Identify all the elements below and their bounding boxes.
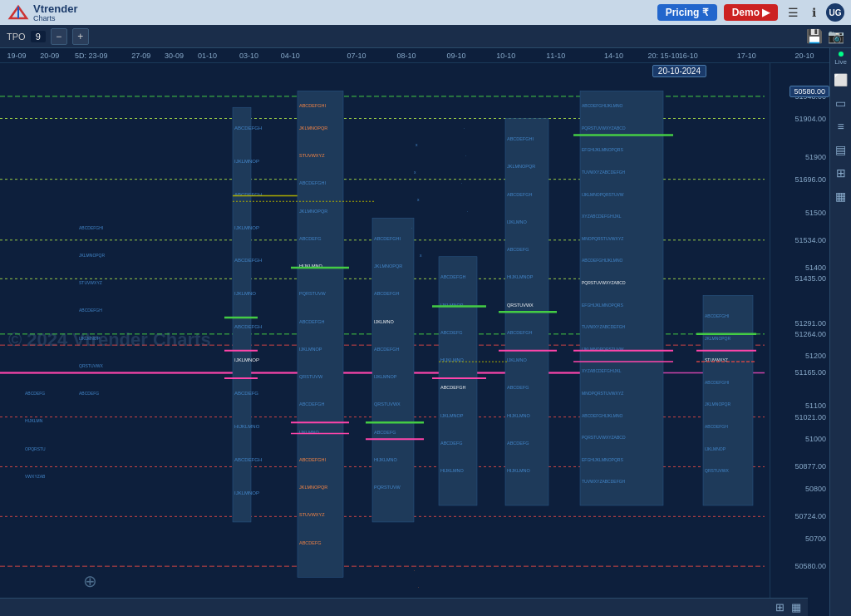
svg-text:PQRSTUVW: PQRSTUVW bbox=[374, 485, 401, 490]
sidebar-icon-0[interactable]: ⬜ bbox=[832, 71, 850, 89]
price-level-50877: 50877.00 bbox=[794, 462, 826, 471]
chart-canvas-area[interactable]: 20-10-2024 © 2024 Vtrender Charts ⊕ bbox=[0, 63, 770, 616]
demo-button[interactable]: Demo ▶ bbox=[724, 4, 778, 21]
decrease-tpo-button[interactable]: − bbox=[51, 28, 67, 45]
svg-text:TUVWXYZABCDEFGH: TUVWXYZABCDEFGH bbox=[582, 479, 626, 484]
svg-text:TUVWXYZABCDEFGH: TUVWXYZABCDEFGH bbox=[582, 170, 626, 175]
user-avatar[interactable]: UG bbox=[826, 3, 844, 22]
svg-text:ABCDEFGH: ABCDEFGH bbox=[234, 258, 262, 263]
svg-text:ABCDEFGHI: ABCDEFGHI bbox=[507, 136, 534, 141]
sidebar-icon-5[interactable]: ▦ bbox=[832, 187, 850, 205]
sidebar-icon-2[interactable]: ≡ bbox=[832, 117, 850, 136]
time-label: 20: 15-10 bbox=[647, 52, 679, 60]
svg-text:QRSTUVWX: QRSTUVWX bbox=[79, 363, 104, 368]
svg-text:IJKLMNOP: IJKLMNOP bbox=[440, 413, 464, 418]
price-level-51400: 51400 bbox=[805, 264, 826, 272]
svg-text:·: · bbox=[465, 153, 466, 158]
price-level-51435: 51435.00 bbox=[794, 274, 826, 283]
price-level-51696: 51696.00 bbox=[794, 175, 826, 184]
save-icon[interactable]: 💾 bbox=[806, 28, 823, 44]
pricing-button[interactable]: Pricing ₹ bbox=[657, 4, 717, 21]
svg-text:PQRSTUVWXYZABCD: PQRSTUVWXYZABCD bbox=[582, 435, 626, 440]
camera-icon[interactable]: 📷 bbox=[828, 28, 844, 44]
svg-text:ABCDEFGH: ABCDEFGH bbox=[234, 126, 262, 131]
sidebar-icon-3[interactable]: ▤ bbox=[832, 140, 850, 159]
svg-text:·: · bbox=[411, 225, 412, 230]
toolbar-right-area: 💾 📷 bbox=[806, 28, 844, 44]
price-axis: 51948.00 51904.00 51900 51696.00 51500 5… bbox=[770, 63, 829, 616]
svg-text:JKLMNOPQR: JKLMNOPQR bbox=[299, 209, 327, 214]
svg-text:PQRSTUVW: PQRSTUVW bbox=[299, 291, 327, 296]
svg-text:IJKLMNOPQRSTUVW: IJKLMNOPQRSTUVW bbox=[582, 192, 624, 197]
tpo-value: 9 bbox=[31, 31, 46, 42]
svg-text:IJKLMNO: IJKLMNO bbox=[374, 319, 395, 324]
price-level-51264: 51264.00 bbox=[794, 330, 826, 338]
svg-text:ABCDEFG: ABCDEFG bbox=[299, 236, 322, 241]
svg-text:JKLMNOPQR: JKLMNOPQR bbox=[705, 402, 731, 407]
svg-text:STUVWXYZ: STUVWXYZ bbox=[299, 512, 325, 517]
svg-text:ABCDEFGHI: ABCDEFGHI bbox=[299, 103, 327, 108]
svg-text:IJKLMNOP: IJKLMNOP bbox=[299, 347, 322, 352]
tpo-label: TPO bbox=[7, 32, 26, 42]
live-indicator: Live bbox=[834, 52, 847, 66]
price-level-51200: 51200 bbox=[805, 352, 826, 360]
menu-button[interactable]: ☰ bbox=[785, 4, 802, 21]
increase-tpo-button[interactable]: + bbox=[72, 28, 89, 45]
svg-text:HIJKLMNO: HIJKLMNO bbox=[374, 457, 398, 462]
bottom-toolbar: ⊞ ▦ bbox=[0, 598, 808, 616]
time-label: 07-10 bbox=[347, 52, 366, 60]
svg-text:JKLMNOPQR: JKLMNOPQR bbox=[705, 336, 731, 341]
svg-text:XYZABCDEFGHIJKL: XYZABCDEFGHIJKL bbox=[582, 368, 622, 373]
price-level-50700: 50700 bbox=[805, 535, 826, 543]
svg-text:HIJKLMNO: HIJKLMNO bbox=[440, 468, 465, 473]
svg-text:ABCDEFGHIJKLMNO: ABCDEFGHIJKLMNO bbox=[582, 103, 623, 108]
svg-rect-32 bbox=[298, 91, 343, 577]
price-level-50580: 50580.00 bbox=[794, 562, 826, 570]
svg-text:ABCDEFGH: ABCDEFGH bbox=[507, 330, 533, 335]
svg-text:HIJKLMNO: HIJKLMNO bbox=[507, 413, 531, 418]
svg-text:PQRSTUVWXYZABCD: PQRSTUVWXYZABCD bbox=[582, 280, 626, 285]
svg-text:IJKLMNOP: IJKLMNOP bbox=[705, 446, 726, 451]
svg-text:ABCDEFG: ABCDEFG bbox=[79, 391, 99, 396]
svg-text:ABCDEFG: ABCDEFG bbox=[507, 441, 529, 446]
logo-brand-name: Vtrender bbox=[33, 3, 77, 14]
svg-text:IJKLMNOP: IJKLMNOP bbox=[234, 490, 259, 495]
time-label: 27-09 bbox=[131, 52, 150, 60]
svg-text:IJKLMNOP: IJKLMNOP bbox=[234, 159, 259, 164]
svg-text:JKLMNOPQR: JKLMNOPQR bbox=[299, 126, 327, 131]
svg-text:QRSTUVWX: QRSTUVWX bbox=[705, 468, 730, 473]
svg-text:ABCDEFGHI: ABCDEFGHI bbox=[705, 380, 729, 385]
svg-text:ABCDEFG: ABCDEFG bbox=[440, 441, 463, 446]
price-level-51500: 51500 bbox=[805, 209, 826, 217]
info-button[interactable]: ℹ bbox=[809, 4, 819, 21]
svg-text:ABCDEFGHI: ABCDEFGHI bbox=[299, 457, 327, 462]
svg-text:ABCDEFGH: ABCDEFGH bbox=[507, 192, 533, 197]
layout-icon[interactable]: ▦ bbox=[791, 601, 801, 614]
svg-text:IJKLMNOP: IJKLMNOP bbox=[234, 357, 259, 362]
price-level-51021: 51021.00 bbox=[794, 413, 826, 421]
time-label: 11-10 bbox=[546, 52, 565, 60]
grid-icon[interactable]: ⊞ bbox=[775, 601, 785, 614]
time-label: 16-10 bbox=[679, 52, 698, 60]
right-sidebar: Live ⬜ ▭ ≡ ▤ ⊞ ▦ bbox=[829, 48, 851, 616]
svg-text:EFGHIJKLMNOPQRS: EFGHIJKLMNOPQRS bbox=[582, 147, 623, 152]
time-axis: 19-09 20-09 5D: 23-09 27-09 30-09 01-10 … bbox=[0, 48, 829, 63]
svg-text:MNOPQRSTUVWXYZ: MNOPQRSTUVWXYZ bbox=[582, 391, 623, 396]
svg-text:ABCDEFGH: ABCDEFGH bbox=[440, 274, 466, 279]
youtube-icon: ▶ bbox=[762, 7, 770, 18]
svg-text:ABCDEFGH: ABCDEFGH bbox=[440, 385, 466, 390]
svg-text:·: · bbox=[462, 236, 463, 241]
sidebar-icon-4[interactable]: ⊞ bbox=[832, 164, 850, 182]
svg-text:STUVWXYZ: STUVWXYZ bbox=[299, 153, 325, 158]
demo-label: Demo bbox=[732, 7, 760, 18]
svg-text:XYZABCDEFGHIJKL: XYZABCDEFGHIJKL bbox=[582, 214, 622, 219]
sidebar-icon-1[interactable]: ▭ bbox=[832, 94, 850, 112]
svg-text:IJKLMNO: IJKLMNO bbox=[507, 357, 528, 362]
svg-text:QRSTUVWX: QRSTUVWX bbox=[374, 402, 401, 407]
time-label: 03-10 bbox=[239, 52, 258, 60]
chart-toolbar: TPO 9 − + 💾 📷 bbox=[0, 25, 851, 48]
svg-text:ABCDEFGHIJKLMNO: ABCDEFGHIJKLMNO bbox=[582, 258, 623, 263]
svg-text:HIJKLMNOP: HIJKLMNOP bbox=[507, 274, 534, 279]
svg-text:ABCDEFGH: ABCDEFGH bbox=[234, 457, 262, 462]
svg-text:QRSTUVW: QRSTUVW bbox=[299, 374, 323, 379]
